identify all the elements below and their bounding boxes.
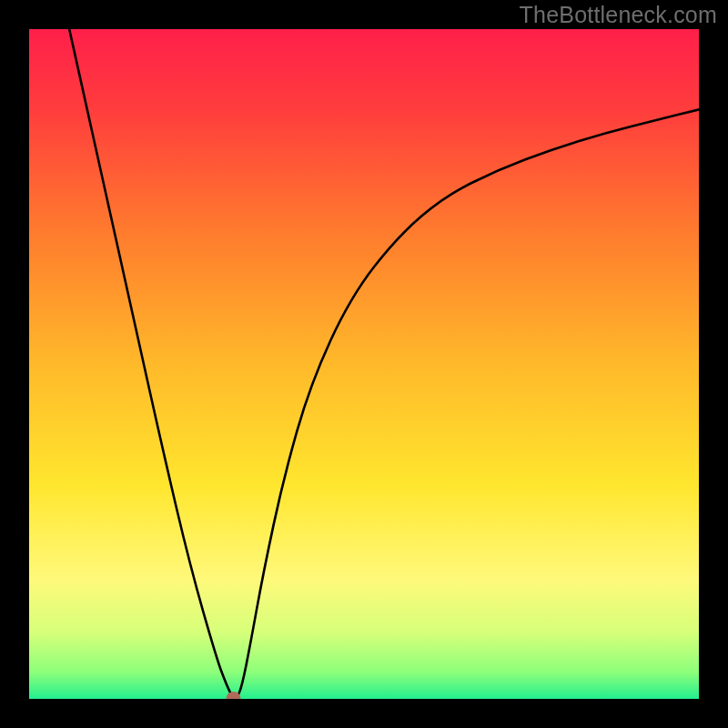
plot-area: [29, 29, 699, 699]
chart-svg: [29, 29, 699, 699]
chart-frame: TheBottleneck.com: [0, 0, 728, 728]
watermark-text: TheBottleneck.com: [520, 2, 717, 28]
gradient-background: [29, 29, 699, 699]
